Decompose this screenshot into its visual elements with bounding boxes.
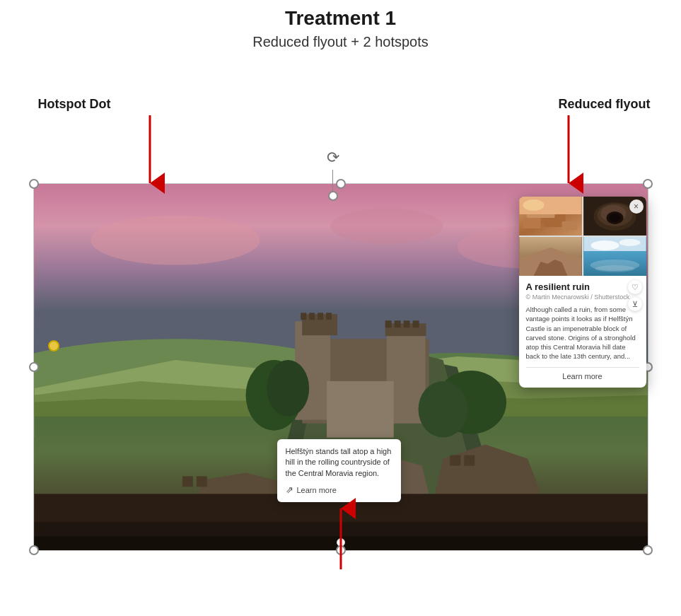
handle-top-right[interactable] (643, 179, 653, 189)
svg-point-69 (619, 239, 640, 246)
annotation-area: Hotspot Dot Reduced flyout (16, 71, 666, 496)
hover-tooltip: Helfštýn stands tall atop a high hill in… (277, 439, 401, 502)
label-reduced-flyout: Reduced flyout (558, 97, 650, 112)
handle-top-left[interactable] (29, 179, 39, 189)
svg-rect-21 (318, 313, 323, 320)
rotate-line (332, 170, 333, 191)
svg-rect-19 (301, 313, 306, 320)
flyout-image-1 (519, 197, 582, 236)
arrow-reduced-flyout (547, 115, 590, 196)
svg-rect-26 (394, 320, 400, 327)
page-title: Treatment 1 (285, 7, 396, 30)
flyout-like-button[interactable]: ♡ (628, 280, 642, 294)
svg-point-60 (609, 214, 620, 222)
svg-rect-28 (412, 320, 419, 327)
handle-middle-left[interactable] (29, 362, 39, 372)
svg-rect-20 (309, 313, 315, 320)
flyout-description: Although called a ruin, from some vantag… (526, 305, 639, 361)
svg-rect-22 (326, 313, 332, 320)
hover-tooltip-text: Helfštýn stands tall atop a high hill in… (286, 446, 392, 479)
flyout-image-4 (583, 237, 646, 276)
label-hotspot-dot: Hotspot Dot (38, 97, 111, 112)
hover-tooltip-learn-more: Learn more (297, 486, 337, 494)
svg-point-68 (590, 240, 619, 250)
svg-point-54 (523, 199, 544, 211)
handle-bottom-left[interactable] (29, 545, 39, 555)
flyout-images (519, 197, 646, 276)
image-container: ⟳ (33, 183, 648, 551)
rotate-handle[interactable] (328, 191, 338, 201)
arrow-hotspot-hover-up (339, 506, 343, 572)
flyout-title: A resilient ruin (526, 281, 639, 292)
hover-tooltip-link[interactable]: ⇗ Learn more (286, 484, 392, 495)
svg-rect-49 (523, 218, 540, 228)
svg-rect-51 (561, 221, 577, 230)
svg-point-6 (330, 209, 443, 244)
svg-rect-41 (450, 455, 460, 466)
page-subtitle: Reduced flyout + 2 hotspots (252, 34, 429, 50)
flyout-credit: © Martin Mecnarowski / Shutterstock (526, 294, 639, 301)
svg-rect-42 (464, 455, 475, 466)
flyout-close-button[interactable]: × (629, 199, 644, 214)
flyout-action-buttons: ♡ ⊻ (628, 280, 642, 311)
flyout-body: A resilient ruin © Martin Mecnarowski / … (519, 276, 646, 388)
arrow-hotspot-dot (129, 115, 171, 196)
svg-point-33 (267, 360, 309, 417)
svg-rect-29 (327, 381, 394, 438)
svg-rect-37 (182, 476, 192, 487)
svg-rect-27 (403, 320, 409, 327)
rotate-icon: ⟳ (327, 149, 339, 167)
handle-bottom-right[interactable] (643, 545, 653, 555)
flyout-card: × ♡ ⊻ A resilient ruin © Martin Mecnarow… (519, 197, 646, 388)
flyout-pin-button[interactable]: ⊻ (628, 297, 642, 311)
svg-rect-25 (385, 320, 391, 327)
svg-point-32 (418, 381, 467, 438)
page-wrapper: Treatment 1 Reduced flyout + 2 hotspots … (0, 0, 681, 616)
flyout-image-3 (519, 237, 582, 276)
external-link-icon: ⇗ (286, 484, 293, 495)
svg-rect-38 (196, 476, 206, 487)
hotspot-dot[interactable] (48, 340, 59, 351)
svg-point-66 (595, 265, 634, 272)
flyout-learn-more-button[interactable]: Learn more (526, 367, 639, 385)
rotate-handle-area[interactable]: ⟳ (327, 149, 339, 201)
svg-point-5 (91, 216, 260, 265)
